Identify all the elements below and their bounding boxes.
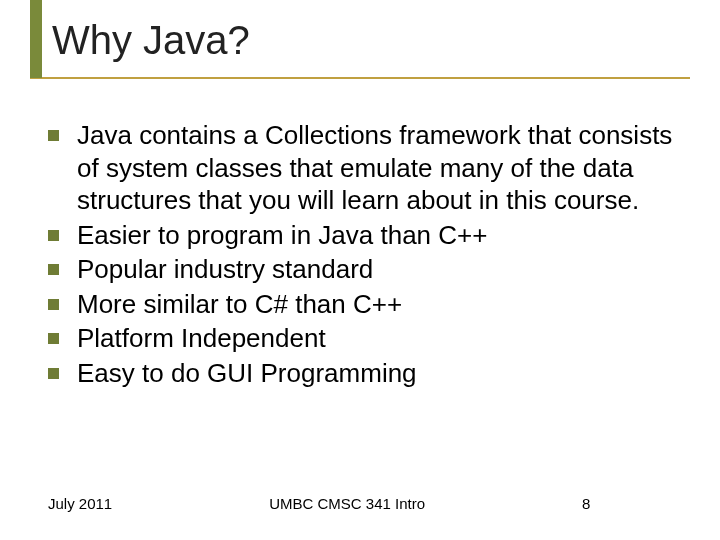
- list-item: Easier to program in Java than C++: [48, 219, 684, 252]
- footer: July 2011 UMBC CMSC 341 Intro 8: [0, 495, 720, 512]
- list-item-text: More similar to C# than C++: [77, 288, 402, 321]
- square-bullet-icon: [48, 264, 59, 275]
- square-bullet-icon: [48, 230, 59, 241]
- list-item-text: Java contains a Collections framework th…: [77, 119, 684, 217]
- list-item-text: Easy to do GUI Programming: [77, 357, 417, 390]
- title-accent-bar: [30, 0, 42, 78]
- square-bullet-icon: [48, 368, 59, 379]
- list-item: More similar to C# than C++: [48, 288, 684, 321]
- square-bullet-icon: [48, 299, 59, 310]
- list-item-text: Easier to program in Java than C++: [77, 219, 487, 252]
- list-item-text: Popular industry standard: [77, 253, 373, 286]
- slide-title: Why Java?: [30, 10, 690, 79]
- square-bullet-icon: [48, 333, 59, 344]
- slide: Why Java? Java contains a Collections fr…: [0, 0, 720, 540]
- list-item: Easy to do GUI Programming: [48, 357, 684, 390]
- footer-page-number: 8: [582, 495, 672, 512]
- title-area: Why Java?: [30, 0, 690, 79]
- body: Java contains a Collections framework th…: [30, 119, 690, 389]
- footer-center: UMBC CMSC 341 Intro: [112, 495, 582, 512]
- list-item: Platform Independent: [48, 322, 684, 355]
- list-item: Java contains a Collections framework th…: [48, 119, 684, 217]
- footer-date: July 2011: [48, 495, 112, 512]
- square-bullet-icon: [48, 130, 59, 141]
- list-item-text: Platform Independent: [77, 322, 326, 355]
- list-item: Popular industry standard: [48, 253, 684, 286]
